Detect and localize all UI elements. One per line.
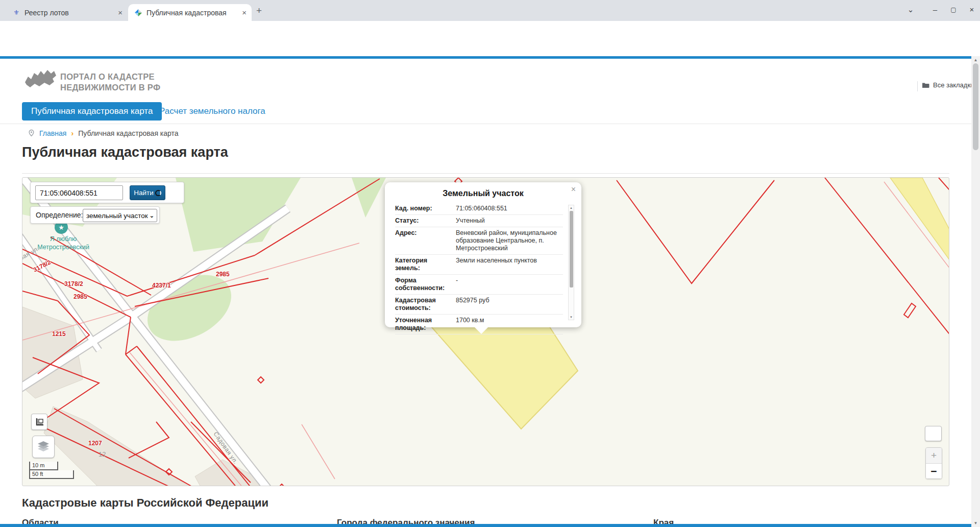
row-label: Форма собственности: bbox=[395, 277, 454, 292]
zoom-out-button[interactable]: − bbox=[926, 464, 942, 479]
eagle-favicon-icon: ⚜ bbox=[12, 9, 20, 17]
parcel-number-label: 1207 bbox=[88, 440, 102, 447]
popup-title: Земельный участок bbox=[385, 189, 581, 198]
russia-map-logo bbox=[23, 67, 57, 93]
definition-label: Определение: bbox=[36, 211, 83, 219]
logo-line2: НЕДВИЖИМОСТИ В РФ bbox=[60, 82, 160, 93]
star-icon: ★ bbox=[58, 224, 64, 231]
table-row: Кад. номер:71:05:060408:551 bbox=[395, 203, 563, 215]
footer-heading: Кадастровые карты Российской Федерации bbox=[22, 496, 268, 510]
parcel-info-popup: × Земельный участок Кад. номер:71:05:060… bbox=[385, 182, 581, 327]
row-value: - bbox=[454, 277, 458, 292]
layers-icon bbox=[37, 441, 50, 453]
tab-public-cadastral-map[interactable]: Публичная кадастровая карта bbox=[22, 102, 162, 121]
new-tab-button[interactable]: + bbox=[256, 5, 262, 16]
browser-tab-strip: ⚜ Реестр лотов × Публичная кадастровая к… bbox=[0, 0, 980, 21]
map-search-panel: Найти bbox=[30, 182, 184, 203]
chevron-down-icon: ⌄ bbox=[150, 212, 154, 219]
site-accent-bar bbox=[0, 56, 971, 59]
breadcrumb-arrow-icon: › bbox=[71, 129, 74, 137]
table-row: Кадастровая стоимость:852975 руб bbox=[395, 295, 563, 315]
popup-attribute-table: Кад. номер:71:05:060408:551 Статус:Учтен… bbox=[395, 203, 563, 334]
breadcrumb: Главная › Публичная кадастровая карта bbox=[28, 129, 179, 137]
parcel-number-label: 3178/2 bbox=[64, 280, 83, 288]
parcel-number-label: 4237/1 bbox=[152, 282, 171, 289]
ruler-icon bbox=[35, 417, 44, 427]
loading-spinner-icon bbox=[155, 190, 161, 196]
scrollbar-down-icon[interactable]: ▼ bbox=[971, 521, 980, 525]
row-label: Адрес: bbox=[395, 229, 454, 252]
bookmarks-bar: Все закладки bbox=[0, 39, 980, 56]
window-close-button[interactable]: × bbox=[966, 5, 977, 14]
browser-toolbar: ← → ⟳ ⌂ ik2map.roscadastres.com/map ☆ ⋮ bbox=[0, 21, 980, 39]
row-label: Категория земель: bbox=[395, 257, 454, 272]
row-label: Кадастровая стоимость: bbox=[395, 297, 454, 312]
tab-title: Публичная кадастровая ка bbox=[146, 9, 227, 17]
page-title: Публичная кадастровая карта bbox=[22, 145, 228, 160]
breadcrumb-home-link[interactable]: Главная bbox=[39, 129, 66, 137]
row-label: Статус: bbox=[395, 217, 454, 225]
title-divider bbox=[22, 173, 949, 174]
definition-panel: Определение: земельный участок ⌄ bbox=[30, 206, 160, 224]
breadcrumb-current: Публичная кадастровая карта bbox=[78, 129, 178, 137]
page-scrollbar[interactable]: ▲ ▼ bbox=[971, 56, 980, 527]
parcel-number-label: 2985 bbox=[216, 271, 230, 278]
table-row: Адрес:Веневский район, муниципальное обр… bbox=[395, 227, 563, 255]
scrollbar-thumb[interactable] bbox=[973, 63, 978, 150]
measure-tool-button[interactable] bbox=[31, 414, 47, 430]
footer-accent-bar bbox=[0, 524, 971, 527]
row-label: Кад. номер: bbox=[395, 205, 454, 212]
logo-line1: ПОРТАЛ О КАДАСТРЕ bbox=[60, 71, 160, 82]
layers-button[interactable] bbox=[32, 436, 55, 458]
cadastral-search-input[interactable] bbox=[35, 185, 123, 200]
table-row: Статус:Учтенный bbox=[395, 215, 563, 227]
zoom-in-button[interactable]: + bbox=[926, 448, 942, 464]
pinwheel-favicon-icon bbox=[134, 9, 142, 17]
popup-scrollbar[interactable]: ▲ ▼ bbox=[568, 205, 574, 320]
poi-label-line1: Я люблю bbox=[22, 235, 104, 243]
nav-divider bbox=[0, 124, 971, 124]
tab-title: Реестр лотов bbox=[24, 9, 105, 17]
row-value: Учтенный bbox=[454, 217, 485, 225]
tab-close-icon[interactable]: × bbox=[118, 8, 122, 17]
tab-land-tax-calc[interactable]: Расчет земельного налога bbox=[159, 106, 265, 116]
parcel-number-label: 1215 bbox=[52, 330, 66, 338]
row-value: Земли населенных пунктов bbox=[454, 257, 537, 272]
search-button-label: Найти bbox=[134, 189, 154, 197]
poi-label-line2: Метростроевский bbox=[22, 243, 104, 251]
fullscreen-button[interactable] bbox=[925, 426, 942, 441]
map-scale-control: 10 m 50 ft bbox=[29, 462, 74, 479]
scroll-up-icon[interactable]: ▲ bbox=[569, 206, 574, 209]
site-logo-text: ПОРТАЛ О КАДАСТРЕ НЕДВИЖИМОСТИ В РФ bbox=[60, 71, 160, 93]
all-bookmarks-label: Все закладки bbox=[933, 81, 974, 89]
row-label: Уточненная площадь: bbox=[395, 317, 454, 332]
table-row: Форма собственности:- bbox=[395, 275, 563, 295]
house-number-label: 12 bbox=[99, 450, 106, 458]
search-button[interactable]: Найти bbox=[130, 185, 165, 200]
bookmarks-divider bbox=[917, 81, 918, 91]
cadastral-map[interactable]: 3178/2 3178/2 2985 2985 4237/1 1215 1207… bbox=[22, 177, 949, 486]
folder-icon bbox=[922, 82, 929, 88]
all-bookmarks-button[interactable]: Все закладки bbox=[922, 81, 974, 89]
tab-close-icon[interactable]: × bbox=[242, 8, 247, 17]
poi-label: Я люблю Метростроевский bbox=[22, 235, 104, 251]
window-maximize-button[interactable]: ▢ bbox=[948, 6, 959, 13]
window-minimize-button[interactable]: – bbox=[929, 5, 941, 14]
window-chevron-icon[interactable]: ⌄ bbox=[905, 5, 916, 14]
pin-icon bbox=[28, 129, 35, 137]
popup-scroll-thumb[interactable] bbox=[570, 211, 573, 288]
scrollbar-up-icon[interactable]: ▲ bbox=[971, 58, 980, 62]
tab-cadastral-map[interactable]: Публичная кадастровая ка × bbox=[128, 4, 252, 21]
row-value: Веневский район, муниципальное образован… bbox=[454, 229, 563, 252]
parcel-number-label: 2985 bbox=[74, 293, 87, 300]
scroll-down-icon[interactable]: ▼ bbox=[569, 316, 574, 319]
tab-reestr-lotov[interactable]: ⚜ Реестр лотов × bbox=[6, 4, 128, 21]
row-value: 71:05:060408:551 bbox=[454, 205, 507, 212]
popup-pointer bbox=[474, 327, 488, 334]
scale-imperial: 50 ft bbox=[29, 470, 74, 479]
definition-value: земельный участок bbox=[86, 212, 148, 220]
table-row: Категория земель:Земли населенных пункто… bbox=[395, 255, 563, 275]
zoom-control: + − bbox=[925, 447, 942, 479]
row-value: 852975 руб bbox=[454, 297, 489, 312]
definition-select[interactable]: земельный участок ⌄ bbox=[83, 209, 157, 222]
